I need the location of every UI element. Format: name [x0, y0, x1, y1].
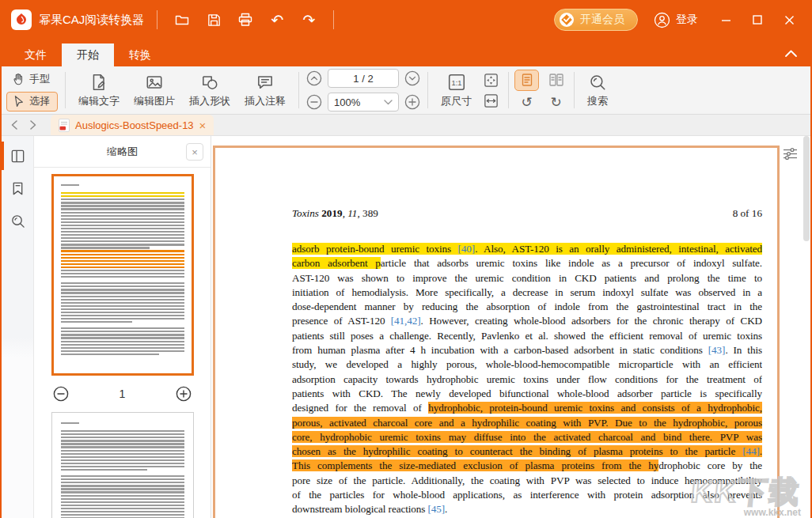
thumb-line — [61, 212, 184, 214]
divider — [157, 10, 157, 29]
hand-tool-button[interactable]: 手型 — [6, 70, 58, 89]
redo-button[interactable]: ↷ — [297, 8, 321, 32]
document-text: adsorb protein-bound uremic toxins [40].… — [292, 242, 762, 518]
thumb-line — [61, 195, 184, 197]
collapse-ribbon-button[interactable] — [784, 49, 798, 58]
thumb-line — [61, 282, 184, 284]
pdf-file-icon — [59, 119, 70, 132]
page-thumbnail-1[interactable] — [51, 174, 194, 376]
original-size-label: 原尺寸 — [441, 94, 472, 108]
single-page-view-button[interactable] — [514, 70, 539, 91]
pdf-page[interactable]: Toxins 2019, 11, 389 8 of 16 adsorb prot… — [213, 146, 780, 518]
search-button[interactable]: 搜索 — [580, 70, 615, 111]
vip-button[interactable]: 开通会员 — [554, 9, 638, 31]
tab-scroll-right-button[interactable] — [24, 115, 43, 135]
thumb-line — [61, 202, 184, 203]
thumb-line — [61, 237, 184, 239]
thumb-line — [61, 446, 184, 448]
thumbnail-controls: 1 — [51, 376, 194, 412]
app-title: 幂果CAJ阅读转换器 — [39, 13, 144, 28]
tab-home[interactable]: 开始 — [62, 43, 114, 66]
fit-page-button[interactable] — [480, 71, 501, 89]
page-thumbnail-2[interactable] — [51, 412, 194, 518]
text-segment: of the particles for whole-blood applica… — [292, 489, 762, 501]
thumb-line — [61, 337, 184, 338]
save-button[interactable] — [202, 8, 226, 32]
thumb-line — [61, 433, 184, 435]
text-segment: AST-120 was shown to improve the uremic … — [292, 272, 762, 284]
print-button[interactable] — [233, 8, 257, 32]
undo-button[interactable]: ↶ — [265, 8, 289, 32]
thumb-line — [61, 450, 184, 452]
edit-text-button[interactable]: 编辑文字 — [71, 70, 127, 111]
divider — [574, 72, 575, 108]
vip-diamond-icon — [559, 12, 575, 28]
document-tab-bar: Auslogics-BoostSpeed-13 × — [2, 115, 810, 136]
text-line: from human plasma after 4 h incubation w… — [292, 343, 762, 357]
zoom-out-button[interactable] — [306, 94, 322, 110]
thumb-line — [61, 208, 184, 210]
zoom-in-button[interactable] — [404, 94, 420, 110]
thumb-line — [61, 257, 184, 259]
insert-note-label: 插入注释 — [245, 94, 286, 108]
zoom-level-value: 100% — [334, 96, 360, 108]
text-line: downstream biological reactions [45]. — [292, 502, 762, 516]
thumb-line — [61, 221, 184, 223]
search-panel-button[interactable] — [7, 210, 28, 231]
thumb-line — [61, 456, 184, 458]
page-number-input[interactable] — [328, 69, 399, 88]
header-segment: Toxins — [292, 207, 321, 219]
thumb-line — [61, 231, 184, 233]
document-tab[interactable]: Auslogics-BoostSpeed-13 × — [51, 115, 214, 135]
vertical-scrollbar[interactable] — [803, 136, 810, 241]
thumb-line — [61, 302, 184, 304]
search-label: 搜索 — [587, 94, 608, 108]
text-segment: study, we developed a highly porous, who… — [292, 358, 762, 370]
divider — [508, 72, 509, 108]
text-segment: . However, creating whole-blood adsorber… — [421, 315, 762, 327]
close-button[interactable] — [777, 8, 801, 32]
thumbnail-panel-toggle[interactable] — [7, 146, 28, 166]
text-segment: core, hydrophobic uremic toxins may diff… — [292, 431, 762, 443]
tab-convert[interactable]: 转换 — [114, 43, 166, 66]
two-page-view-button[interactable] — [544, 70, 568, 91]
header-segment: , 389 — [357, 207, 378, 219]
one-to-one-icon: 1:1 — [447, 73, 466, 92]
insert-shape-button[interactable]: 插入形状 — [182, 70, 237, 111]
tab-close-icon[interactable]: × — [199, 119, 207, 131]
fit-width-button[interactable] — [480, 92, 501, 110]
bookmark-panel-button[interactable] — [7, 178, 28, 199]
divider — [65, 72, 66, 108]
tab-file[interactable]: 文件 — [9, 43, 62, 66]
titlebar: 幂果CAJ阅读转换器 ↶ ↷ 开通会员 登录 — [2, 0, 810, 40]
select-tool-button[interactable]: 选择 — [6, 92, 58, 112]
thumb-line — [61, 422, 79, 424]
edit-image-button[interactable]: 编辑图片 — [127, 70, 182, 111]
text-segment: [40] — [458, 243, 476, 255]
text-line: porous, activated charcoal core and a hy… — [292, 416, 762, 430]
login-button[interactable]: 登录 — [654, 12, 698, 28]
view-settings-button[interactable] — [783, 147, 798, 161]
thumb-line — [61, 318, 184, 319]
rotate-right-button[interactable]: ↻ — [546, 94, 567, 112]
thumb-line — [61, 299, 184, 301]
thumbnail-panel: 缩略图 × 1 — [33, 136, 211, 518]
prev-page-button[interactable] — [306, 70, 322, 86]
minimize-button[interactable] — [714, 8, 738, 32]
next-page-button[interactable] — [404, 70, 420, 86]
thumbnail-panel-close-button[interactable]: × — [186, 143, 203, 161]
maximize-button[interactable] — [746, 8, 769, 32]
tab-scroll-left-button[interactable] — [5, 115, 24, 135]
original-size-button[interactable]: 1:1 原尺寸 — [434, 70, 479, 111]
insert-note-button[interactable]: 插入注释 — [237, 70, 293, 111]
open-file-button[interactable] — [170, 8, 194, 32]
thumb-line — [61, 488, 184, 490]
text-line: chosen as the hydrophilic coating to cou… — [292, 444, 762, 459]
rotate-left-button[interactable]: ↺ — [517, 94, 537, 112]
thumbnail-zoom-in-button[interactable] — [176, 386, 192, 402]
header-segment: 2019 — [321, 207, 342, 219]
login-label: 登录 — [676, 13, 698, 27]
thumbnail-zoom-out-button[interactable] — [53, 386, 69, 402]
text-segment: downstream biological reactions — [292, 503, 427, 515]
zoom-level-select[interactable]: 100% — [328, 93, 399, 112]
